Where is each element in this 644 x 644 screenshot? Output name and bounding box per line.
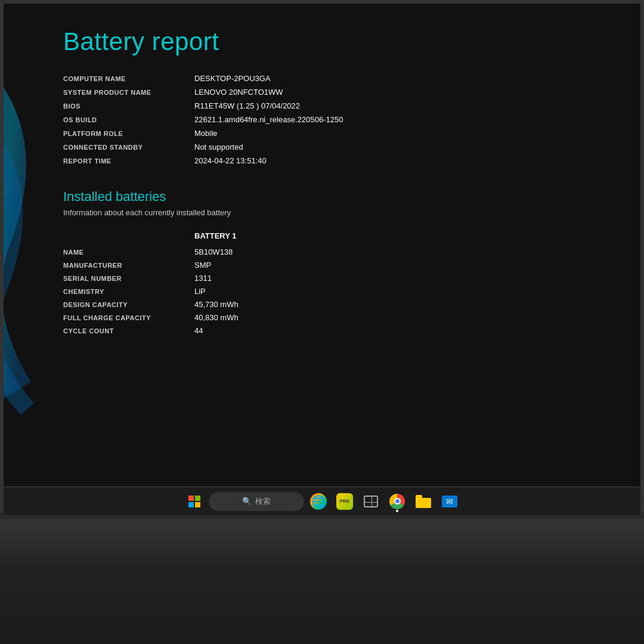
info-value: R11ET45W (1.25 ) 07/04/2022 [194,101,300,110]
battery-value: 40,830 mWh [194,313,239,322]
taskbar-files-icon[interactable] [411,490,435,513]
battery-row: NAME 5B10W138 [63,247,605,256]
taskbar-browser-icon[interactable]: 🌐 [306,490,330,513]
battery-value: 1311 [194,274,212,283]
page-title: Battery report [63,27,605,56]
win11-decoration [4,4,51,519]
svg-rect-3 [195,502,200,507]
battery-header-label: BATTERY 1 [194,231,237,240]
pre-label: PRE [340,499,349,504]
monitor-bezel: Battery report COMPUTER NAME DESKTOP-2PO… [0,0,644,519]
svg-rect-2 [188,502,194,507]
battery-label: NAME [63,249,194,256]
battery-section: Installed batteries Information about ea… [63,189,605,335]
screen-content: Battery report COMPUTER NAME DESKTOP-2PO… [4,4,640,515]
section-title: Installed batteries [63,189,605,205]
section-subtitle: Information about each currently install… [63,208,605,217]
info-label: OS BUILD [63,116,194,123]
battery-row: CYCLE COUNT 44 [63,326,605,335]
battery-row: MANUFACTURER SMP [63,261,605,270]
battery-value: LiP [194,287,206,296]
battery-label: MANUFACTURER [63,262,194,269]
info-value: Not supported [194,143,243,151]
info-row: COMPUTER NAME DESKTOP-2POU3GA [63,74,605,83]
svg-rect-0 [188,496,194,501]
battery-value: 45,730 mWh [194,300,239,309]
battery-value: 44 [194,326,203,335]
taskbar-search-bar[interactable]: 🔍 検索 [209,492,304,511]
info-row: SYSTEM PRODUCT NAME LENOVO 20NFCTO1WW [63,88,605,97]
battery-label: CYCLE COUNT [63,327,194,335]
info-row: REPORT TIME 2024-04-22 13:51:40 [63,156,605,165]
taskbar-mail-icon[interactable]: ✉ [438,490,462,513]
info-value: 2024-04-22 13:51:40 [194,156,267,165]
info-value: Mobile [194,129,217,138]
taskbar: 🔍 検索 🌐 PRE [4,487,640,515]
chrome-active-indicator [396,510,398,512]
info-value: 22621.1.amd64fre.ni_release.220506-1250 [194,115,343,124]
battery-row: DESIGN CAPACITY 45,730 mWh [63,300,605,309]
monitor-stand [0,519,644,644]
battery-label: SERIAL NUMBER [63,275,194,282]
info-label: PLATFORM ROLE [63,130,194,137]
battery-row: CHEMISTRY LiP [63,287,605,296]
taskbar-chrome-icon[interactable] [385,490,409,513]
battery-value: 5B10W138 [194,247,233,256]
battery-label: CHEMISTRY [63,288,194,295]
battery-row: FULL CHARGE CAPACITY 40,830 mWh [63,313,605,322]
system-info-table: COMPUTER NAME DESKTOP-2POU3GA SYSTEM PRO… [63,74,605,165]
search-icon: 🔍 [242,497,252,506]
taskbar-pre-icon[interactable]: PRE [333,490,357,513]
svg-rect-1 [195,496,200,501]
info-row: BIOS R11ET45W (1.25 ) 07/04/2022 [63,101,605,110]
battery-value: SMP [194,261,211,270]
info-label: REPORT TIME [63,157,194,165]
info-label: BIOS [63,103,194,110]
info-row: CONNECTED STANDBY Not supported [63,143,605,151]
info-row: OS BUILD 22621.1.amd64fre.ni_release.220… [63,115,605,124]
info-label: CONNECTED STANDBY [63,144,194,151]
info-label: SYSTEM PRODUCT NAME [63,89,194,96]
info-value: DESKTOP-2POU3GA [194,74,271,83]
taskbar-start-button[interactable] [182,490,206,513]
globe-icon: 🌐 [311,494,326,509]
battery-label: FULL CHARGE CAPACITY [63,314,194,321]
battery-header-row: BATTERY 1 [63,231,605,240]
battery-row: SERIAL NUMBER 1311 [63,274,605,283]
taskbar-window-icon[interactable] [359,490,383,513]
info-row: PLATFORM ROLE Mobile [63,129,605,138]
search-label: 検索 [255,496,271,507]
battery-table: BATTERY 1 NAME 5B10W138 MANUFACTURER SMP… [63,231,605,335]
info-label: COMPUTER NAME [63,75,194,82]
info-value: LENOVO 20NFCTO1WW [194,88,283,97]
battery-label: DESIGN CAPACITY [63,301,194,308]
mail-icon: ✉ [446,497,453,506]
